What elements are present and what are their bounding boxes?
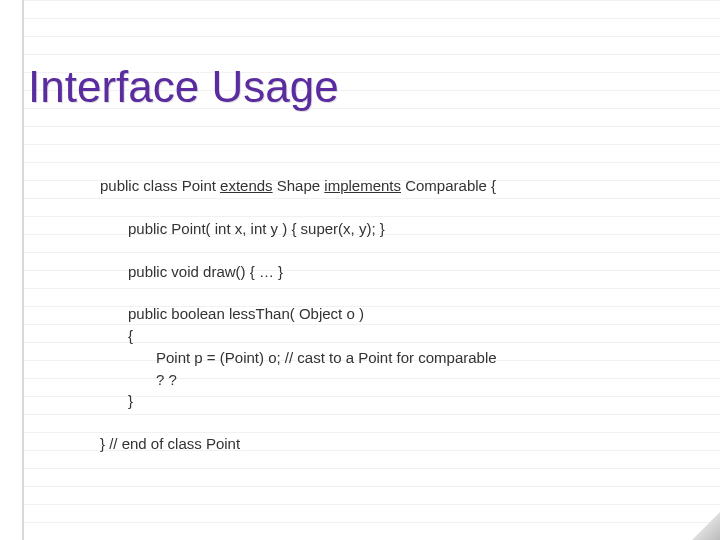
code-text: public class Point xyxy=(100,177,220,194)
code-line: ? ? xyxy=(100,369,690,391)
code-line: Point p = (Point) o; // cast to a Point … xyxy=(100,347,690,369)
keyword-extends: extends xyxy=(220,177,273,194)
code-line: } xyxy=(100,390,690,412)
code-line: public boolean lessThan( Object o ) xyxy=(100,303,690,325)
blank-line xyxy=(100,240,690,261)
page-corner-icon xyxy=(692,512,720,540)
code-line: public class Point extends Shape impleme… xyxy=(100,175,690,197)
left-margin xyxy=(0,0,24,540)
code-line: public Point( int x, int y ) { super(x, … xyxy=(100,218,690,240)
blank-line xyxy=(100,412,690,433)
code-line: } // end of class Point xyxy=(100,433,690,455)
code-text: Comparable { xyxy=(401,177,496,194)
blank-line xyxy=(100,282,690,303)
code-line: public void draw() { … } xyxy=(100,261,690,283)
slide-title: Interface Usage xyxy=(28,62,339,112)
code-block: public class Point extends Shape impleme… xyxy=(100,175,690,455)
code-text: Shape xyxy=(273,177,325,194)
keyword-implements: implements xyxy=(324,177,401,194)
code-line: { xyxy=(100,325,690,347)
blank-line xyxy=(100,197,690,218)
